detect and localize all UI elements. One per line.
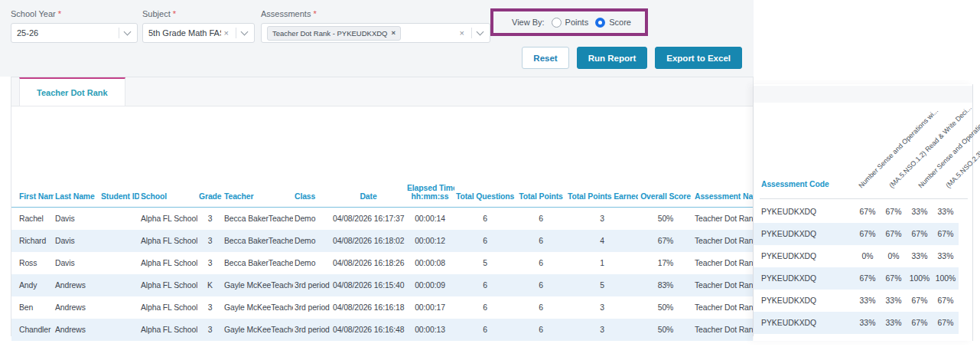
standard-score-cell: 33% xyxy=(933,208,959,216)
standard-score-cell: 67% xyxy=(855,230,881,238)
standard-score-cell: 67% xyxy=(855,208,881,216)
column-header-date[interactable]: Date xyxy=(331,106,405,208)
chip-remove-icon[interactable]: × xyxy=(391,29,396,37)
assessment-code-cell: PYKEUDKXDQ xyxy=(754,230,855,238)
table-cell: 3 xyxy=(566,319,638,341)
school-year-label-text: School Year xyxy=(11,9,56,18)
subject-field: Subject * 5th Grade Math FAST (B.... × xyxy=(142,9,255,43)
view-by-points-label[interactable]: Points xyxy=(565,18,589,27)
table-cell: Andrews xyxy=(54,319,99,341)
column-header-total-questions[interactable]: Total Questions xyxy=(454,106,516,208)
table-cell: 6 xyxy=(516,252,566,274)
table-cell: Teacher Dot Rank xyxy=(693,230,753,252)
table-cell: 00:00:17 xyxy=(405,296,454,319)
table-cell: Teacher Dot Rank xyxy=(693,208,753,231)
header-underline xyxy=(760,198,968,199)
standard-score-cell: 33% xyxy=(907,252,933,260)
school-year-select[interactable]: 25-26 xyxy=(11,23,138,43)
table-cell: 04/08/2026 16:15:40 xyxy=(331,274,405,296)
column-header-assessment-code[interactable]: Assessment Code xyxy=(761,180,829,188)
column-header-grade[interactable]: Grade xyxy=(197,106,223,208)
table-cell: Alpha FL School xyxy=(139,319,197,341)
table-cell: Alpha FL School xyxy=(139,296,197,319)
column-header-elapsed-time[interactable]: Elapsed Time hh:mm:ss xyxy=(405,106,454,208)
table-cell: 67% xyxy=(638,230,693,252)
table-cell xyxy=(99,296,139,319)
column-header-class[interactable]: Class xyxy=(293,106,331,208)
tab-strip: Teacher Dot Rank xyxy=(11,77,753,106)
standard-score-cell: 0% xyxy=(881,252,907,260)
table-cell: Chandler xyxy=(11,319,54,341)
required-asterisk: * xyxy=(58,9,61,18)
column-header-total-points[interactable]: Total Points xyxy=(516,106,566,208)
standard-score-cell: 33% xyxy=(907,208,933,216)
radio-selected-icon[interactable] xyxy=(595,18,605,28)
select-divider xyxy=(471,28,472,38)
view-by-option-score[interactable]: Score xyxy=(595,18,631,28)
chevron-down-icon[interactable] xyxy=(241,28,249,36)
column-header-first-name[interactable]: First Name xyxy=(11,106,54,208)
table-cell: 00:00:14 xyxy=(405,208,454,231)
reset-button[interactable]: Reset xyxy=(522,47,568,69)
table-cell: 3rd period xyxy=(293,296,331,319)
table-header-row: First Name Last Name Student ID School G… xyxy=(11,106,753,208)
clear-icon[interactable]: × xyxy=(457,29,467,38)
table-cell: 3 xyxy=(197,208,223,231)
standard-score-cell: 100% xyxy=(907,274,933,283)
column-header-assessment-name[interactable]: Assessment Nar xyxy=(693,106,753,208)
subject-value: 5th Grade Math FAST (B.... xyxy=(148,28,221,38)
table-row: AndyAndrewsAlpha FL SchoolKGayle McKeeTe… xyxy=(11,274,753,296)
chevron-down-icon[interactable] xyxy=(477,28,484,36)
run-report-button[interactable]: Run Report xyxy=(577,47,648,69)
column-header-school[interactable]: School xyxy=(139,106,197,208)
assessments-multiselect[interactable]: Teacher Dot Rank - PYKEUDKXDQ × × xyxy=(261,23,490,43)
column-header-student-id[interactable]: Student ID xyxy=(99,106,139,208)
table-cell: 04/08/2026 16:18:26 xyxy=(331,252,405,274)
table-cell: 3 xyxy=(566,296,638,319)
standard-score-cell: 67% xyxy=(933,296,959,305)
standards-rows: PYKEUDKXDQ67%67%33%33%PYKEUDKXDQ67%67%67… xyxy=(754,201,972,334)
table-cell: 00:00:09 xyxy=(405,274,454,296)
standard-score-cell: 100% xyxy=(933,274,959,283)
table-cell: Ross xyxy=(11,252,54,274)
table-cell: 6 xyxy=(516,296,566,319)
table-cell: 83% xyxy=(638,274,693,296)
chevron-down-icon[interactable] xyxy=(124,28,132,36)
assessments-label-text: Assessments xyxy=(261,9,311,18)
export-to-excel-button[interactable]: Export to Excel xyxy=(655,47,742,69)
table-cell: Andrews xyxy=(54,274,99,296)
assessment-code-cell: PYKEUDKXDQ xyxy=(754,274,855,283)
standards-panel: Number Sense and Operations wi... (MA.5.… xyxy=(754,84,973,341)
assessments-field: Assessments * Teacher Dot Rank - PYKEUDK… xyxy=(261,9,490,43)
column-header-overall-score[interactable]: Overall Score xyxy=(638,106,693,208)
subject-select[interactable]: 5th Grade Math FAST (B.... × xyxy=(142,23,255,43)
standard-score-cell: 33% xyxy=(855,319,881,327)
standards-row: PYKEUDKXDQ33%33%67%67% xyxy=(754,290,959,312)
table-cell: 6 xyxy=(516,208,566,231)
table-cell xyxy=(99,274,139,296)
table-cell: 5 xyxy=(566,274,638,296)
view-by-score-label[interactable]: Score xyxy=(609,18,631,27)
table-cell: 6 xyxy=(454,319,516,341)
column-header-last-name[interactable]: Last Name xyxy=(54,106,99,208)
assessment-code-cell: PYKEUDKXDQ xyxy=(754,319,855,327)
table-cell: 6 xyxy=(454,208,516,231)
table-cell: Davis xyxy=(54,230,99,252)
standard-score-cell: 67% xyxy=(855,274,881,283)
column-header-teacher[interactable]: Teacher xyxy=(223,106,293,208)
table-cell: 3 xyxy=(197,319,223,341)
standards-row: PYKEUDKXDQ33%33%67%67% xyxy=(754,312,959,334)
table-cell: 6 xyxy=(516,230,566,252)
view-by-option-points[interactable]: Points xyxy=(552,18,589,28)
table-row: RossDavisAlpha FL School3Becca BakerTeac… xyxy=(11,252,753,274)
table-cell: 3rd period xyxy=(293,319,331,341)
table-cell: Demo xyxy=(293,252,331,274)
column-header-total-points-earned[interactable]: Total Points Earned xyxy=(566,106,638,208)
table-cell: 1 xyxy=(566,252,638,274)
table-cell: 3rd period xyxy=(293,274,331,296)
radio-unselected-icon[interactable] xyxy=(552,18,562,28)
table-cell: 04/08/2026 16:17:37 xyxy=(331,208,405,231)
clear-icon[interactable]: × xyxy=(221,29,232,38)
table-cell: Alpha FL School xyxy=(139,252,197,274)
tab-teacher-dot-rank[interactable]: Teacher Dot Rank xyxy=(19,77,125,106)
